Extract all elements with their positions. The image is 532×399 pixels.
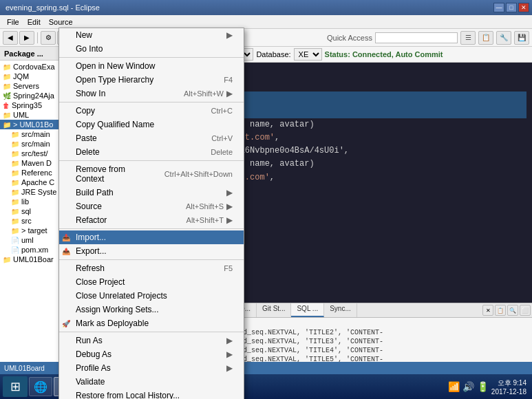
file-icon: 📄 (11, 237, 19, 244)
ctx-debugas-arrow: ▶ (226, 349, 233, 359)
ctx-closeproj[interactable]: Close Project (59, 275, 244, 289)
tree-label: Spring35 (12, 101, 42, 109)
ctx-paste-label: Paste (76, 133, 97, 143)
ctx-import-label: Import... (76, 233, 106, 242)
ctx-refresh-shortcut: F5 (224, 264, 233, 272)
clock-date: 2017-12-18 (491, 388, 526, 396)
ctx-opentypeh[interactable]: Open Type Hierarchy F4 (59, 73, 244, 87)
ctx-copy[interactable]: Copy Ctrl+C (59, 104, 244, 118)
database-select[interactable]: XE (294, 48, 322, 61)
ctx-runas-label: Run As (76, 336, 103, 345)
menu-edit[interactable]: Edit (23, 17, 45, 28)
ctx-buildpath[interactable]: Build Path ▶ (59, 186, 244, 200)
ctx-opentypeh-shortcut: F4 (224, 76, 233, 84)
ctx-closeunrel-label: Close Unrelated Projects (76, 291, 167, 301)
maximize-button[interactable]: □ (506, 3, 517, 12)
ctx-source[interactable]: Source Alt+Shift+S ▶ (59, 200, 244, 213)
connection-status: Status: Connected, Auto Commit (325, 50, 443, 58)
folder-icon: 📁 (11, 217, 19, 225)
taskbar-item-ie[interactable]: 🌐 (29, 377, 52, 396)
ctx-copy-label: Copy (76, 106, 95, 116)
ctx-import[interactable]: 📥 Import... (59, 230, 244, 244)
start-button[interactable]: ⊞ (3, 376, 28, 397)
bottom-toolbar-btn-3[interactable]: 🔍 (507, 305, 518, 316)
folder-icon: 📁 (11, 208, 19, 215)
ctx-copyqn[interactable]: Copy Qualified Name (59, 118, 244, 131)
ctx-export[interactable]: 📤 Export... (59, 244, 244, 258)
ctx-validate[interactable]: Validate (59, 375, 244, 389)
ctx-restorelh-label: Restore from Local History... (76, 391, 180, 399)
quick-access-input[interactable] (375, 32, 458, 43)
tree-label: JQM (13, 72, 29, 80)
ctx-refactor[interactable]: Refactor Alt+Shift+T ▶ (59, 213, 244, 227)
ctx-assignws-label: Assign Working Sets... (76, 305, 159, 314)
ctx-runas[interactable]: Run As ▶ (59, 334, 244, 347)
ctx-showin[interactable]: Show In Alt+Shift+W ▶ (59, 87, 244, 100)
ctx-debugas-label: Debug As (76, 349, 111, 359)
close-button[interactable]: ✕ (518, 3, 529, 12)
ctx-refresh[interactable]: Refresh F5 (59, 261, 244, 275)
minimize-button[interactable]: — (493, 3, 504, 12)
toolbar-btn-2[interactable]: ▶ (19, 31, 34, 45)
system-clock: 오후 9:14 2017-12-18 (491, 378, 529, 396)
ctx-delete[interactable]: Delete Delete (59, 145, 244, 159)
bottom-toolbar-btn-4[interactable]: ⬜ (520, 305, 531, 316)
ctx-profileas[interactable]: Profile As ▶ (59, 361, 244, 375)
ctx-new[interactable]: New ▶ (59, 28, 244, 42)
file-icon: 📄 (11, 246, 19, 254)
status-bar-text: UML01Board (4, 365, 45, 372)
ctx-source-arrow: ▶ (226, 202, 233, 211)
tab-git-st[interactable]: Git St... (257, 303, 291, 317)
ctx-sep-4 (59, 228, 244, 229)
tree-label: Servers (13, 82, 39, 90)
folder-icon: 📁 (3, 121, 11, 129)
tray-area: 📶 🔊 🔋 오후 9:14 2017-12-18 (448, 378, 529, 396)
folder-icon: 📁 (11, 131, 19, 138)
toolbar-btn-1[interactable]: ◀ (3, 31, 18, 45)
ctx-removectx[interactable]: Remove from Context Ctrl+Alt+Shift+Down (59, 162, 244, 186)
folder-icon: 📁 (11, 227, 19, 235)
tree-label: UML (13, 111, 29, 119)
tree-label: > UML01Bo (13, 120, 53, 129)
bottom-toolbar-btn-2[interactable]: 📋 (495, 305, 506, 316)
toolbar-perspective-3[interactable]: 🔧 (496, 31, 511, 45)
ctx-gointo[interactable]: Go Into (59, 42, 244, 56)
tray-icon-network: 📶 (448, 381, 460, 392)
ctx-deployable[interactable]: 🚀 Mark as Deployable (59, 316, 244, 330)
tree-label: Spring24Aja (13, 91, 54, 100)
menu-bar: File Edit Source (0, 15, 532, 29)
bottom-toolbar-btn-1[interactable]: ✕ (482, 305, 493, 316)
menu-source[interactable]: Source (45, 17, 77, 28)
ctx-opennew[interactable]: Open in New Window (59, 59, 244, 73)
ctx-restorelh[interactable]: Restore from Local History... (59, 389, 244, 399)
folder-icon: 📁 (11, 169, 19, 177)
context-menu: New ▶ Go Into Open in New Window Open Ty… (58, 28, 244, 399)
ctx-new-arrow: ▶ (226, 30, 233, 40)
ctx-refactor-label: Refactor (76, 215, 107, 225)
folder-icon: 📁 (11, 140, 19, 148)
deployable-icon: 🚀 (62, 320, 70, 327)
toolbar-perspective-4[interactable]: 💾 (514, 31, 529, 45)
ctx-validate-label: Validate (76, 377, 105, 387)
ctx-debugas[interactable]: Debug As ▶ (59, 347, 244, 361)
tab-sync[interactable]: Sync... (324, 303, 357, 317)
tray-icon-sound: 🔊 (462, 381, 474, 392)
toolbar-btn-3[interactable]: ⚙ (41, 31, 56, 45)
tree-label: src/main (21, 130, 50, 138)
ctx-closeunrel[interactable]: Close Unrelated Projects (59, 289, 244, 303)
folder-icon: 📁 (11, 160, 19, 167)
menu-file[interactable]: File (3, 17, 23, 28)
tab-sql[interactable]: SQL ... (291, 303, 324, 317)
ctx-paste[interactable]: Paste Ctrl+V (59, 131, 244, 145)
ctx-showin-label: Show In (76, 89, 105, 98)
export-icon: 📤 (62, 248, 70, 255)
ctx-source-label: Source (76, 202, 102, 211)
folder-icon: 📁 (3, 63, 11, 71)
delete-icon: 🗑 (3, 102, 10, 109)
ctx-assignws[interactable]: Assign Working Sets... (59, 303, 244, 316)
toolbar-perspective-1[interactable]: ☰ (460, 31, 476, 45)
folder-icon: 📁 (3, 111, 11, 119)
tree-label: Maven D (21, 159, 52, 167)
tree-label: JRE Syste (21, 188, 56, 196)
toolbar-perspective-2[interactable]: 📋 (478, 31, 493, 45)
